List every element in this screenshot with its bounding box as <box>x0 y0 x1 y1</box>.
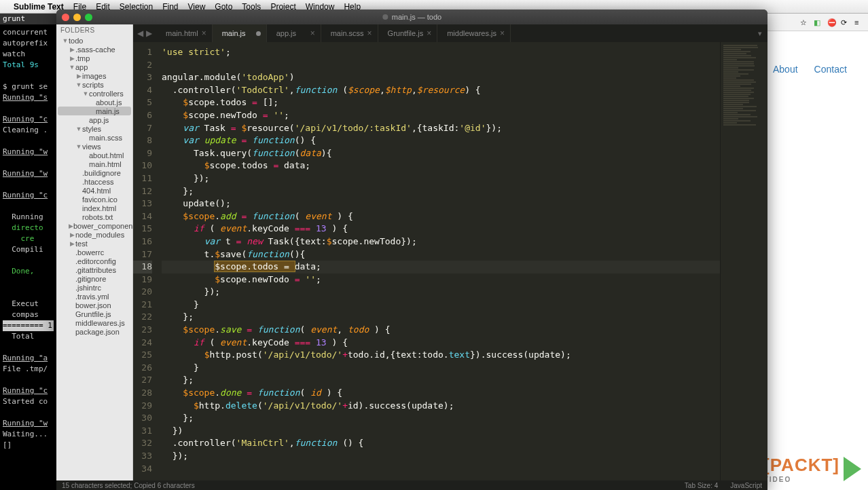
folder-item[interactable]: ▶.sass-cache <box>58 45 131 54</box>
code-line[interactable]: }) <box>162 425 720 438</box>
status-language[interactable]: JavaScript <box>730 482 762 489</box>
line-number[interactable]: 12 <box>133 185 152 198</box>
line-number[interactable]: 17 <box>133 248 152 261</box>
line-number[interactable]: 4 <box>133 84 152 97</box>
file-item[interactable]: .editorconfig <box>58 257 131 265</box>
nav-about[interactable]: About <box>773 64 798 75</box>
line-number[interactable]: 5 <box>133 96 152 109</box>
disclosure-icon[interactable]: ▶ <box>69 240 75 247</box>
line-number[interactable]: 9 <box>133 147 152 160</box>
file-item[interactable]: .gitignore <box>58 274 131 283</box>
code-line[interactable]: $scope.add = function( event ) { <box>162 210 720 223</box>
close-window-icon[interactable] <box>62 14 69 21</box>
line-number[interactable]: 3 <box>133 71 152 84</box>
sync-icon[interactable]: ⟳ <box>841 18 849 26</box>
tab-overflow-icon[interactable]: ▾ <box>753 24 767 42</box>
tab-history-back-icon[interactable]: ◀ <box>137 29 143 38</box>
line-number[interactable]: 13 <box>133 197 152 210</box>
folder-item[interactable]: ▶bower_components <box>58 221 131 230</box>
file-item[interactable]: .htaccess <box>58 177 131 186</box>
menu-icon[interactable]: ≡ <box>854 18 863 26</box>
line-number[interactable]: 21 <box>133 299 152 312</box>
line-number[interactable]: 20 <box>133 286 152 299</box>
file-item[interactable]: .jshintrc <box>58 283 131 292</box>
file-item[interactable]: main.html <box>58 159 131 168</box>
code-line[interactable]: }); <box>162 286 720 299</box>
line-number[interactable]: 11 <box>133 172 152 185</box>
folder-item[interactable]: ▶images <box>58 71 131 80</box>
file-item[interactable]: middlewares.js <box>58 318 131 327</box>
code-line[interactable]: .controller('MainCtrl',function () { <box>162 437 720 450</box>
file-item[interactable]: .gitattributes <box>58 265 131 274</box>
line-number[interactable]: 16 <box>133 235 152 248</box>
close-tab-icon[interactable]: × <box>310 29 315 38</box>
code-line[interactable]: }; <box>162 185 720 198</box>
code-area[interactable]: 'use strict';angular.module('todoApp') .… <box>158 42 720 480</box>
disclosure-icon[interactable]: ▶ <box>69 223 73 229</box>
code-line[interactable]: $scope.newTodo = ''; <box>162 274 720 286</box>
folder-item[interactable]: ▼scripts <box>58 80 131 89</box>
close-tab-icon[interactable]: × <box>202 29 206 38</box>
file-item[interactable]: favicon.ico <box>58 195 131 204</box>
line-number[interactable]: 30 <box>133 412 152 425</box>
folder-item[interactable]: ▶test <box>58 239 131 248</box>
tab[interactable]: Gruntfile.js× <box>378 24 438 42</box>
line-number[interactable]: 34 <box>133 463 152 476</box>
file-item[interactable]: robots.txt <box>58 212 131 221</box>
line-number[interactable]: 10 <box>133 159 152 172</box>
line-number[interactable]: 27 <box>133 374 152 387</box>
close-tab-icon[interactable]: × <box>427 29 431 38</box>
code-line[interactable]: if ( event.keyCode === 13 ) { <box>162 337 720 350</box>
puzzle-icon[interactable]: ◧ <box>814 18 822 26</box>
code-line[interactable]: }); <box>162 450 720 463</box>
code-line[interactable]: var Task = $resource('/api/v1/todo/:task… <box>162 122 720 135</box>
code-line[interactable]: 'use strict'; <box>162 46 720 59</box>
code-line[interactable]: var update = function() { <box>162 134 720 147</box>
code-line[interactable]: } <box>162 299 720 312</box>
disclosure-icon[interactable]: ▼ <box>82 90 89 97</box>
line-number[interactable]: 18 <box>133 261 152 274</box>
tab[interactable]: main.js <box>213 24 267 42</box>
code-line[interactable]: $scope.newTodo = ''; <box>162 109 720 122</box>
disclosure-icon[interactable]: ▼ <box>69 64 75 71</box>
line-number[interactable]: 26 <box>133 362 152 375</box>
folder-item[interactable]: ▼todo <box>58 36 131 45</box>
line-number[interactable]: 29 <box>133 400 152 413</box>
code-line[interactable]: $scope.done = function( id ) { <box>162 387 720 400</box>
tab[interactable]: app.js× <box>267 24 321 42</box>
folder-item[interactable]: ▼views <box>58 142 131 151</box>
line-number[interactable]: 28 <box>133 387 152 400</box>
star-icon[interactable]: ☆ <box>800 18 808 26</box>
file-item[interactable]: bower.json <box>58 301 131 309</box>
file-item[interactable]: index.html <box>58 204 131 212</box>
close-tab-icon[interactable]: × <box>500 29 505 38</box>
line-number[interactable]: 31 <box>133 425 152 438</box>
close-tab-icon[interactable]: × <box>367 29 372 38</box>
folder-item[interactable]: ▼styles <box>58 124 131 133</box>
code-line[interactable]: t.$save(function(){ <box>162 248 720 261</box>
code-line[interactable]: update(); <box>162 197 720 210</box>
code-line[interactable]: if ( event.keyCode === 13 ) { <box>162 223 720 235</box>
line-number[interactable]: 15 <box>133 223 152 235</box>
status-tabsize[interactable]: Tab Size: 4 <box>685 482 718 489</box>
code-line[interactable]: $http.delete('/api/v1/todo/'+id).success… <box>162 400 720 413</box>
file-item[interactable]: main.js <box>58 107 131 115</box>
line-number[interactable]: 24 <box>133 337 152 350</box>
code-line[interactable] <box>162 463 720 476</box>
line-number[interactable]: 7 <box>133 122 152 135</box>
adblock-icon[interactable]: ⛔ <box>827 18 835 26</box>
tab[interactable]: middlewares.js× <box>437 24 511 42</box>
line-number[interactable]: 8 <box>133 134 152 147</box>
line-number[interactable]: 19 <box>133 274 152 286</box>
line-number[interactable]: 6 <box>133 109 152 122</box>
code-line[interactable]: var t = new Task({text:$scope.newTodo}); <box>162 235 720 248</box>
folder-item[interactable]: ▼app <box>58 62 131 71</box>
code-line[interactable]: $scope.todos = []; <box>162 96 720 109</box>
disclosure-icon[interactable]: ▶ <box>69 231 75 238</box>
window-titlebar[interactable]: main.js — todo <box>56 10 767 24</box>
folder-item[interactable]: ▶.tmp <box>58 54 131 62</box>
tab[interactable]: main.scss× <box>321 24 378 42</box>
file-item[interactable]: app.js <box>58 115 131 124</box>
minimize-window-icon[interactable] <box>73 14 81 21</box>
code-line[interactable]: $http.post('/api/v1/todo/'+todo.id,{text… <box>162 349 720 362</box>
